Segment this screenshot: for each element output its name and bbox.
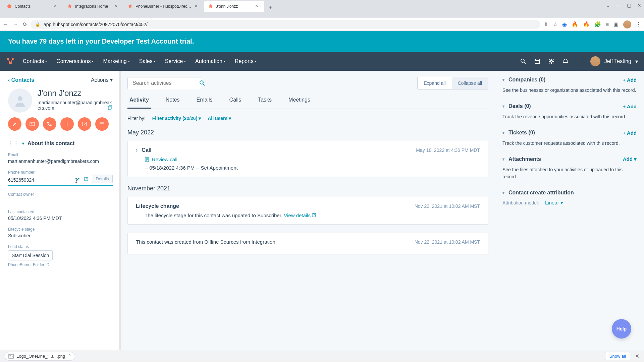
show-all-downloads[interactable]: Show all	[605, 352, 630, 360]
extension-icon[interactable]: 🔥	[572, 21, 578, 27]
side-panel-icon[interactable]: ▣	[613, 21, 619, 27]
marketplace-icon[interactable]	[534, 58, 540, 64]
call-button[interactable]	[43, 117, 56, 131]
hubspot-logo-icon[interactable]	[6, 57, 15, 66]
activity-card-lifecycle[interactable]: Lifecycle change Nov 22, 2021 at 10:02 A…	[127, 197, 488, 225]
actions-dropdown[interactable]: Actions ▾	[91, 77, 113, 83]
nav-automation[interactable]: Automation▾	[195, 58, 225, 64]
minimize-icon[interactable]: —	[616, 3, 621, 8]
nav-conversations[interactable]: Conversations▾	[56, 58, 94, 64]
chevron-up-icon[interactable]: ⌃	[68, 354, 71, 359]
bookmark-icon[interactable]: ☆	[553, 21, 557, 27]
search-activities[interactable]	[127, 77, 201, 89]
menu-icon[interactable]: ⋮	[636, 21, 641, 27]
svg-point-7	[550, 60, 552, 62]
phone-details-button[interactable]: Details	[92, 175, 113, 183]
search-icon[interactable]	[200, 80, 205, 86]
close-window-icon[interactable]: ✕	[637, 3, 641, 8]
activity-card-created[interactable]: This contact was created from Offline So…	[127, 233, 488, 254]
tab-emails[interactable]: Emails	[195, 97, 215, 109]
owner-value[interactable]	[8, 198, 113, 203]
nav-service[interactable]: Service▾	[165, 58, 186, 64]
forward-icon[interactable]: →	[13, 21, 18, 27]
activity-card-call[interactable]: ›Call May 18, 2022 at 4:36 PM MDT Review…	[127, 141, 488, 177]
chevron-down-icon[interactable]: ▾	[502, 104, 504, 109]
chevron-down-icon[interactable]: ⌄	[606, 3, 610, 8]
expand-all-button[interactable]: Expand all	[418, 77, 451, 89]
about-section-toggle[interactable]: ⋮⋮ ▾ About this contact	[8, 140, 113, 146]
back-icon[interactable]: ←	[3, 21, 8, 27]
new-tab-button[interactable]: +	[266, 3, 275, 12]
chevron-down-icon[interactable]: ▾	[502, 157, 504, 162]
chevron-down-icon[interactable]: ▾	[502, 190, 504, 195]
download-chip[interactable]: Logo_OneLine_Hu....png ⌃	[5, 352, 75, 361]
close-download-bar-icon[interactable]: ✕	[635, 353, 639, 359]
nav-sales[interactable]: Sales▾	[139, 58, 156, 64]
notifications-icon[interactable]	[562, 58, 569, 64]
collapse-all-button[interactable]: Collapse all	[452, 77, 488, 89]
tab-tasks[interactable]: Tasks	[256, 97, 274, 109]
svg-point-0	[7, 4, 11, 8]
activity-date: Nov 22, 2021 at 10:02 AM MST	[415, 239, 480, 245]
add-company-button[interactable]: + Add	[623, 77, 637, 83]
browser-tab[interactable]: Contacts ✕	[3, 1, 63, 12]
nav-contacts[interactable]: Contacts▾	[23, 58, 47, 64]
url-bar[interactable]: 🔒 app.hubspot.com/contacts/20972070/cont…	[31, 20, 540, 29]
drag-handle-icon[interactable]: ⋮⋮	[8, 140, 19, 146]
extensions-icon[interactable]: 🧩	[594, 21, 601, 27]
browser-tab-active[interactable]: J'onn J'onzz ✕	[204, 1, 264, 12]
chevron-down-icon[interactable]: ▾	[502, 130, 504, 135]
scrollbar[interactable]	[119, 71, 121, 350]
activity-date: May 18, 2022 at 4:36 PM MDT	[416, 147, 480, 153]
attribution-model-dropdown[interactable]: Linear ▾	[545, 200, 563, 206]
close-tab-icon[interactable]: ✕	[255, 4, 260, 9]
search-input[interactable]	[132, 80, 200, 86]
tab-meetings[interactable]: Meetings	[286, 97, 312, 109]
tab-calls[interactable]: Calls	[227, 97, 244, 109]
share-icon[interactable]: ⇧	[544, 21, 548, 27]
add-ticket-button[interactable]: + Add	[623, 130, 637, 136]
settings-icon[interactable]	[548, 58, 554, 64]
close-tab-icon[interactable]: ✕	[195, 4, 200, 9]
browser-tab[interactable]: PhoneBurner - HubspotDirect Ac ✕	[123, 1, 204, 12]
external-link-icon[interactable]	[84, 177, 89, 181]
nav-reports[interactable]: Reports▾	[235, 58, 257, 64]
tab-notes[interactable]: Notes	[164, 97, 182, 109]
add-deal-button[interactable]: + Add	[623, 104, 637, 109]
add-attachment-dropdown[interactable]: Add ▾	[623, 156, 637, 162]
back-to-contacts[interactable]: ‹ Contacts	[8, 77, 34, 83]
task-button[interactable]	[78, 117, 91, 131]
email-value[interactable]: martianmanhunter@paradigmbreakers.com	[8, 159, 113, 164]
lifecycle-value[interactable]: Subscriber	[8, 233, 113, 238]
contact-avatar[interactable]	[8, 88, 32, 113]
filter-activity-dropdown[interactable]: Filter activity (22/26) ▾	[152, 116, 201, 121]
log-button[interactable]	[60, 117, 74, 131]
meeting-button[interactable]	[95, 117, 109, 131]
reload-icon[interactable]: ⟳	[23, 21, 27, 27]
help-button[interactable]: Help	[612, 319, 631, 339]
copy-icon[interactable]	[108, 105, 113, 110]
start-dial-session-button[interactable]: Start Dial Session	[8, 250, 53, 260]
all-users-dropdown[interactable]: All users ▾	[208, 116, 231, 121]
reading-list-icon[interactable]: ≡	[606, 21, 609, 27]
account-menu[interactable]: Jeff Testing ▾	[582, 56, 638, 66]
tab-activity[interactable]: Activity	[127, 97, 151, 109]
nav-marketing[interactable]: Marketing▾	[103, 58, 129, 64]
edit-icon[interactable]	[76, 177, 80, 181]
url-text: app.hubspot.com/contacts/20972070/contac…	[44, 22, 148, 27]
review-call-link[interactable]: Review call	[145, 157, 480, 162]
close-tab-icon[interactable]: ✕	[114, 4, 119, 9]
activity-tabs: Activity Notes Emails Calls Tasks Meetin…	[127, 97, 488, 109]
search-icon[interactable]	[520, 58, 526, 64]
profile-avatar[interactable]	[623, 20, 631, 28]
extension-icon[interactable]: ◉	[562, 21, 567, 27]
maximize-icon[interactable]: ▢	[627, 3, 631, 8]
view-details-link[interactable]: View details	[284, 213, 316, 218]
browser-tab[interactable]: Integrations Home ✕	[63, 1, 123, 12]
chevron-down-icon[interactable]: ▾	[502, 77, 504, 82]
chevron-right-icon[interactable]: ›	[136, 147, 138, 153]
close-tab-icon[interactable]: ✕	[54, 4, 59, 9]
note-button[interactable]	[8, 117, 21, 131]
extension-icon[interactable]: 🔥	[583, 21, 590, 27]
email-button[interactable]	[25, 117, 39, 131]
